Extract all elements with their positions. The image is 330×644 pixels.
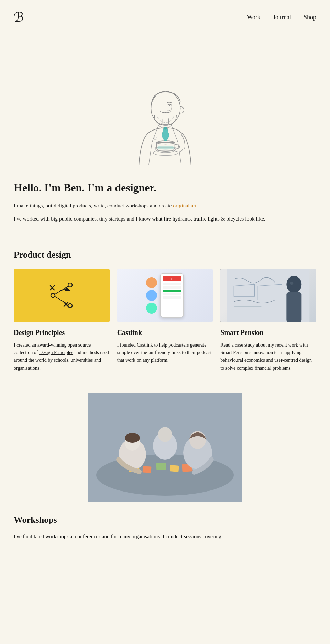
logo[interactable]: ℬ: [14, 7, 24, 28]
workshop-photo-section: [0, 382, 330, 506]
site-header: ℬ Work Journal Shop: [0, 0, 330, 35]
nav-work[interactable]: Work: [247, 12, 261, 22]
podcast-label: 🎙: [170, 277, 173, 281]
card-body-smart-pension: Read a case study about my recent work w…: [220, 341, 316, 372]
link-castlink[interactable]: Castlink: [137, 342, 153, 348]
link-case-study[interactable]: case study: [235, 342, 255, 348]
svg-point-9: [68, 304, 72, 308]
product-design-section: Product design: [0, 241, 330, 382]
card-castlink: 🎙 Castlink I founded Castlink to help po…: [117, 269, 213, 372]
svg-rect-4: [163, 118, 168, 124]
intro-text-conduct: , conduct: [104, 203, 125, 208]
whiteboard-svg: [220, 269, 316, 322]
svg-point-7: [51, 293, 55, 297]
intro-paragraph-2: I've worked with big public companies, t…: [14, 214, 316, 223]
castlink-avatars: [146, 277, 157, 314]
intro-text-comma1: ,: [91, 203, 94, 208]
svg-rect-20: [287, 292, 302, 322]
intro-paragraph-1: I make things, build digital products, w…: [14, 201, 316, 210]
nav-journal[interactable]: Journal: [273, 12, 291, 22]
card-image-castlink: 🎙: [117, 269, 213, 322]
avatar-2: [146, 290, 157, 301]
card-image-smart-pension: [220, 269, 316, 322]
card-design-principles: Design Principles I created an award-win…: [14, 269, 110, 372]
card-title-smart-pension: Smart Pension: [220, 327, 316, 338]
link-digital-products[interactable]: digital products: [58, 203, 91, 208]
workshops-section: Workshops I've facilitated workshops at …: [0, 506, 330, 547]
svg-point-19: [287, 276, 302, 293]
card-body-design-principles: I created an award-winning open source c…: [14, 341, 110, 372]
person-illustration: [113, 42, 217, 165]
workshop-photo-box: [88, 393, 242, 502]
design-principles-icon: [43, 276, 80, 314]
castlink-visual: 🎙: [117, 269, 213, 322]
podcast-app-logo: 🎙: [163, 276, 181, 281]
link-original-art[interactable]: original art: [173, 203, 196, 208]
link-write[interactable]: write: [94, 203, 105, 208]
workshops-heading: Workshops: [14, 513, 316, 527]
main-nav: Work Journal Shop: [247, 12, 316, 22]
card-title-castlink: Castlink: [117, 327, 213, 338]
svg-line-11: [55, 296, 68, 304]
workshops-paragraph: I've facilitated workshops at conference…: [14, 532, 316, 541]
workshop-photo-svg: [88, 393, 242, 502]
intro-text-create: and create: [148, 203, 173, 208]
product-design-heading: Product design: [14, 248, 316, 262]
svg-point-8: [68, 283, 72, 287]
nav-shop[interactable]: Shop: [304, 12, 316, 22]
hero-illustration: [0, 35, 330, 169]
card-body-castlink: I founded Castlink to help podcasters ge…: [117, 341, 213, 364]
svg-rect-39: [88, 393, 242, 502]
platform-row-5: [163, 296, 181, 299]
platform-row-1: [163, 283, 181, 285]
smart-pension-visual: [220, 269, 316, 322]
workshop-scene: [88, 393, 242, 502]
platform-row-3: [163, 290, 181, 292]
avatar-1: [146, 277, 157, 288]
phone-mockup: 🎙: [160, 273, 184, 318]
svg-point-21: [290, 282, 294, 285]
card-title-design-principles: Design Principles: [14, 327, 110, 338]
link-workshops[interactable]: workshops: [125, 203, 148, 208]
card-smart-pension: Smart Pension Read a case study about my…: [220, 269, 316, 372]
link-design-principles[interactable]: Design Principles: [39, 350, 73, 355]
platform-row-2: [163, 286, 181, 289]
svg-point-2: [156, 146, 175, 149]
intro-text-prefix: I make things, build: [14, 203, 58, 208]
avatar-3: [146, 303, 157, 314]
platform-row-4: [163, 293, 181, 295]
intro-heading: Hello. I'm Ben. I'm a designer.: [14, 179, 316, 196]
intro-section: Hello. I'm Ben. I'm a designer. I make t…: [0, 169, 330, 241]
svg-point-6: [169, 105, 170, 106]
card-image-design-principles: [14, 269, 110, 322]
cards-grid: Design Principles I created an award-win…: [14, 269, 316, 372]
intro-text-period: .: [197, 203, 198, 208]
